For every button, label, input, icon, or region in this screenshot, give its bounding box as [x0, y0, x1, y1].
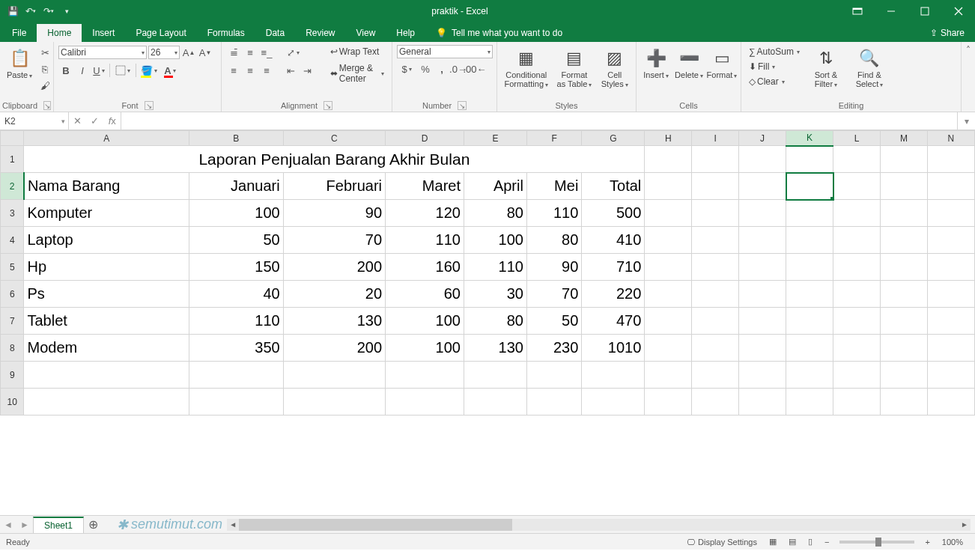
row-header-4[interactable]: 4 — [1, 227, 24, 254]
sheet-tab-active[interactable]: Sheet1 — [33, 517, 84, 533]
cell[interactable] — [645, 362, 692, 389]
data-cell[interactable]: 100 — [386, 308, 464, 335]
cell[interactable] — [833, 227, 881, 254]
cell[interactable] — [526, 389, 581, 416]
conditional-formatting-button[interactable]: ▦Conditional Formatting — [502, 45, 550, 91]
increase-font-icon[interactable]: A▲ — [181, 45, 196, 60]
data-cell[interactable]: 80 — [526, 227, 581, 254]
orientation-icon[interactable]: ⤢ — [283, 45, 303, 60]
data-cell[interactable]: 60 — [386, 281, 464, 308]
item-name[interactable]: Laptop — [24, 227, 189, 254]
cell[interactable] — [645, 389, 692, 416]
undo-icon[interactable]: ↶▾ — [24, 4, 37, 18]
cell[interactable] — [833, 308, 881, 335]
comma-format-icon[interactable]: , — [434, 61, 449, 76]
share-button[interactable]: ⇪Share — [920, 24, 975, 42]
column-header-L[interactable]: L — [833, 131, 881, 146]
cell[interactable] — [386, 389, 464, 416]
cell[interactable] — [24, 362, 189, 389]
row-header-3[interactable]: 3 — [1, 200, 24, 227]
table-header[interactable]: Total — [582, 173, 645, 200]
table-header[interactable]: Februari — [283, 173, 385, 200]
row-header-2[interactable]: 2 — [1, 173, 24, 200]
cell[interactable] — [927, 173, 974, 200]
cell[interactable] — [739, 146, 786, 173]
cell[interactable] — [880, 200, 927, 227]
maximize-button[interactable] — [908, 0, 941, 22]
data-cell[interactable]: 110 — [189, 308, 283, 335]
cell[interactable] — [927, 389, 974, 416]
enter-formula-icon[interactable]: ✓ — [91, 115, 99, 127]
percent-format-icon[interactable]: % — [418, 61, 433, 76]
font-name-combo[interactable]: Calibri▾ — [58, 46, 147, 59]
tab-page-layout[interactable]: Page Layout — [125, 24, 196, 42]
cell[interactable] — [692, 254, 739, 281]
format-cells-button[interactable]: ▭Format — [707, 45, 737, 82]
cell[interactable] — [739, 335, 786, 362]
column-header-C[interactable]: C — [283, 131, 385, 146]
report-title[interactable]: Laporan Penjualan Barang Akhir Bulan — [24, 146, 645, 173]
cell[interactable] — [739, 362, 786, 389]
cell[interactable] — [786, 200, 833, 227]
cell[interactable] — [833, 281, 881, 308]
cell[interactable] — [880, 389, 927, 416]
cell[interactable] — [927, 254, 974, 281]
cell[interactable] — [24, 389, 189, 416]
cell[interactable] — [786, 281, 833, 308]
tab-insert[interactable]: Insert — [82, 24, 125, 42]
font-launcher[interactable]: ↘ — [145, 101, 154, 110]
column-header-E[interactable]: E — [464, 131, 526, 146]
data-cell[interactable]: 710 — [582, 254, 645, 281]
insert-cells-button[interactable]: ➕Insert — [641, 45, 671, 82]
cell[interactable] — [692, 200, 739, 227]
data-cell[interactable]: 200 — [283, 335, 385, 362]
row-header-5[interactable]: 5 — [1, 254, 24, 281]
data-cell[interactable]: 50 — [526, 308, 581, 335]
item-name[interactable]: Modem — [24, 335, 189, 362]
data-cell[interactable]: 100 — [464, 227, 526, 254]
name-box[interactable]: K2▾ — [0, 112, 69, 130]
worksheet-grid[interactable]: ABCDEFGHIJKLMN1Laporan Penjualan Barang … — [0, 130, 975, 515]
item-name[interactable]: Ps — [24, 281, 189, 308]
cell[interactable] — [786, 335, 833, 362]
find-select-button[interactable]: 🔍Find & Select — [849, 45, 890, 91]
column-header-H[interactable]: H — [645, 131, 692, 146]
cell[interactable] — [645, 200, 692, 227]
cell[interactable] — [927, 335, 974, 362]
column-header-N[interactable]: N — [927, 131, 974, 146]
data-cell[interactable]: 20 — [283, 281, 385, 308]
row-header-10[interactable]: 10 — [1, 389, 24, 416]
accounting-format-icon[interactable]: $ — [397, 61, 416, 76]
alignment-launcher[interactable]: ↘ — [324, 101, 332, 110]
cell[interactable] — [464, 362, 526, 389]
cell[interactable] — [645, 254, 692, 281]
cell[interactable] — [692, 389, 739, 416]
data-cell[interactable]: 100 — [386, 335, 464, 362]
cell[interactable] — [692, 173, 739, 200]
close-button[interactable] — [941, 0, 975, 22]
data-cell[interactable]: 70 — [283, 227, 385, 254]
data-cell[interactable]: 90 — [283, 200, 385, 227]
minimize-button[interactable] — [874, 0, 908, 22]
cell[interactable] — [927, 281, 974, 308]
data-cell[interactable]: 130 — [283, 308, 385, 335]
number-launcher[interactable]: ↘ — [458, 101, 467, 110]
cell[interactable] — [386, 362, 464, 389]
ribbon-options-icon[interactable] — [840, 0, 874, 22]
align-top-icon[interactable]: ≡̄ — [226, 45, 241, 60]
font-size-combo[interactable]: 26▾ — [148, 46, 180, 59]
merge-center-button[interactable]: ⬌Merge & Center — [327, 61, 387, 85]
align-left-icon[interactable]: ≡ — [226, 63, 241, 78]
tell-me[interactable]: 💡Tell me what you want to do — [425, 24, 573, 42]
cell[interactable] — [880, 308, 927, 335]
data-cell[interactable]: 230 — [526, 335, 581, 362]
paste-button[interactable]: 📋 Paste — [4, 45, 34, 82]
cell[interactable] — [283, 362, 385, 389]
copy-icon[interactable]: ⎘ — [37, 61, 52, 76]
data-cell[interactable]: 410 — [582, 227, 645, 254]
collapse-ribbon-icon[interactable]: ˄ — [962, 42, 975, 112]
cell[interactable] — [833, 146, 881, 173]
view-normal-icon[interactable]: ▦ — [763, 537, 783, 547]
formula-input[interactable] — [121, 112, 957, 130]
data-cell[interactable]: 470 — [582, 308, 645, 335]
